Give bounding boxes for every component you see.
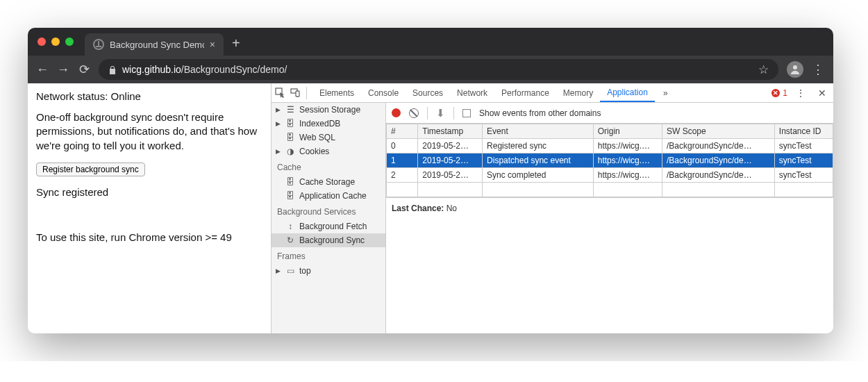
svg-point-0 — [793, 65, 797, 69]
minimize-window-button[interactable] — [51, 38, 60, 46]
devtools-tabs: Elements Console Sources Network Perform… — [312, 83, 655, 102]
network-status: Network status: Online — [36, 90, 262, 102]
tab-memory[interactable]: Memory — [556, 83, 600, 102]
register-sync-button[interactable]: Register background sync — [36, 163, 145, 176]
tab-console[interactable]: Console — [361, 83, 406, 102]
reload-button[interactable]: ⟳ — [78, 62, 90, 77]
background-sync-panel: ⬇ Show events from other domains # Times… — [386, 103, 833, 333]
tab-performance[interactable]: Performance — [494, 83, 556, 102]
show-other-domains-label: Show events from other domains — [479, 108, 601, 118]
tab-elements[interactable]: Elements — [312, 83, 361, 102]
sidebar-group-bg-services: Background Services — [272, 203, 385, 219]
database-icon: 🗄 — [285, 119, 295, 128]
inspect-icon[interactable] — [274, 88, 285, 99]
page-description: One-off background sync doesn't require … — [36, 110, 262, 153]
close-window-button[interactable] — [37, 38, 46, 46]
table-row[interactable]: 2 2019-05-2… Sync completed https://wicg… — [387, 168, 833, 183]
panel-toolbar: ⬇ Show events from other domains — [386, 103, 833, 124]
sync-icon: ↻ — [285, 235, 295, 245]
more-tabs-icon[interactable]: » — [659, 88, 672, 98]
table-row[interactable]: 1 2019-05-2… Dispatched sync event https… — [387, 153, 833, 168]
sidebar-item-websql[interactable]: 🗄Web SQL — [272, 131, 385, 144]
col-instance-id[interactable]: Instance ID — [774, 124, 833, 139]
database-icon: 🗄 — [285, 177, 295, 187]
browser-tab[interactable]: Background Sync Demonstratic × — [85, 33, 224, 56]
device-toggle-icon[interactable] — [290, 88, 301, 99]
content-area: Network status: Online One-off backgroun… — [28, 83, 833, 333]
table-row-empty — [387, 183, 833, 197]
tab-title: Background Sync Demonstratic — [110, 40, 204, 50]
sidebar-group-frames: Frames — [272, 247, 385, 264]
frame-icon: ▭ — [285, 266, 295, 276]
col-origin[interactable]: Origin — [593, 124, 662, 139]
browser-menu-icon[interactable]: ⋮ — [812, 62, 825, 77]
chrome-version-note: To use this site, run Chrome version >= … — [36, 231, 262, 243]
storage-icon: ☰ — [285, 105, 295, 115]
nav-toolbar: ← → ⟳ wicg.github.io/BackgroundSync/demo… — [28, 56, 833, 83]
sidebar-item-cache-storage[interactable]: 🗄Cache Storage — [272, 175, 385, 189]
profile-avatar-icon[interactable] — [787, 61, 803, 78]
bookmark-star-icon[interactable]: ☆ — [758, 63, 769, 77]
favicon-globe-icon — [93, 39, 104, 50]
window-controls — [37, 38, 74, 46]
tab-application[interactable]: Application — [600, 83, 655, 102]
col-sw-scope[interactable]: SW Scope — [662, 124, 774, 139]
address-bar[interactable]: wicg.github.io/BackgroundSync/demo/ ☆ — [99, 59, 778, 80]
close-tab-icon[interactable]: × — [210, 39, 215, 50]
sidebar-item-application-cache[interactable]: 🗄Application Cache — [272, 189, 385, 203]
database-icon: 🗄 — [285, 191, 295, 201]
url-text: wicg.github.io/BackgroundSync/demo/ — [122, 64, 287, 75]
back-button[interactable]: ← — [36, 63, 49, 77]
lock-icon — [108, 65, 117, 74]
application-sidebar: ▶☰Session Storage ▶🗄IndexedDB 🗄Web SQL ▶… — [272, 103, 386, 333]
maximize-window-button[interactable] — [65, 38, 74, 46]
forward-button[interactable]: → — [57, 63, 69, 77]
sidebar-item-session-storage[interactable]: ▶☰Session Storage — [272, 103, 385, 117]
sync-result: Sync registered — [36, 186, 262, 198]
col-event[interactable]: Event — [483, 124, 594, 139]
devtools-body: ▶☰Session Storage ▶🗄IndexedDB 🗄Web SQL ▶… — [272, 103, 833, 333]
browser-window: Background Sync Demonstratic × + ← → ⟳ w… — [28, 28, 833, 333]
col-timestamp[interactable]: Timestamp — [418, 124, 483, 139]
sidebar-group-cache: Cache — [272, 158, 385, 175]
detail-value: No — [446, 204, 457, 213]
events-table: # Timestamp Event Origin SW Scope Instan… — [386, 124, 833, 197]
download-icon[interactable]: ⬇ — [436, 107, 445, 119]
error-count-badge[interactable]: ✕ 1 — [771, 88, 787, 98]
sidebar-item-indexeddb[interactable]: ▶🗄IndexedDB — [272, 117, 385, 131]
table-header-row: # Timestamp Event Origin SW Scope Instan… — [387, 124, 833, 139]
fetch-icon: ↕ — [285, 222, 295, 231]
database-icon: 🗄 — [285, 133, 295, 142]
devtools-close-icon[interactable]: ✕ — [814, 88, 831, 99]
page-content: Network status: Online One-off backgroun… — [28, 83, 271, 333]
sidebar-item-background-sync[interactable]: ↻Background Sync — [272, 233, 385, 247]
svg-rect-3 — [296, 91, 299, 97]
tab-network[interactable]: Network — [450, 83, 494, 102]
new-tab-button[interactable]: + — [232, 35, 240, 51]
detail-label: Last Chance: — [392, 204, 444, 213]
col-index[interactable]: # — [387, 124, 418, 139]
clear-icon[interactable] — [409, 108, 419, 118]
tab-sources[interactable]: Sources — [406, 83, 450, 102]
table-row[interactable]: 0 2019-05-2… Registered sync https://wic… — [387, 139, 833, 153]
devtools-menu-icon[interactable]: ⋮ — [792, 88, 810, 99]
devtools-panel: Elements Console Sources Network Perform… — [271, 83, 833, 333]
devtools-header: Elements Console Sources Network Perform… — [272, 83, 833, 103]
sidebar-item-background-fetch[interactable]: ↕Background Fetch — [272, 219, 385, 233]
sidebar-item-frame-top[interactable]: ▶▭top — [272, 264, 385, 278]
record-icon[interactable] — [392, 108, 401, 117]
show-other-domains-checkbox[interactable] — [462, 109, 471, 117]
event-details: Last Chance: No — [386, 197, 833, 219]
titlebar: Background Sync Demonstratic × + — [28, 28, 833, 56]
error-icon: ✕ — [771, 89, 780, 97]
sidebar-item-cookies[interactable]: ▶◑Cookies — [272, 144, 385, 158]
cookie-icon: ◑ — [285, 147, 295, 156]
